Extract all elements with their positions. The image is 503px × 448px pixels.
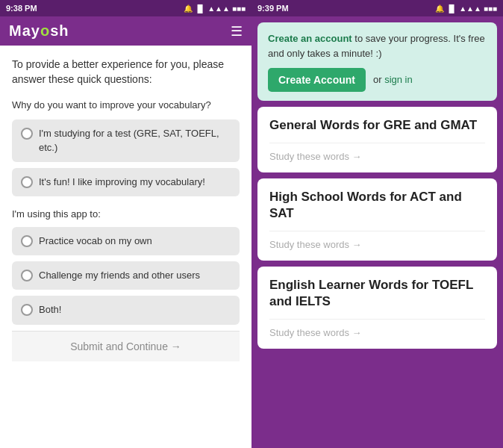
radio-studying-test xyxy=(21,128,33,140)
option-studying-test[interactable]: I'm studying for a test (GRE, SAT, TOEFL… xyxy=(12,119,240,161)
status-icons-left: 🔔 ▐▌ ▲▲▲ ■■■ xyxy=(184,4,246,13)
word-card-sat-title: High School Words for ACT and SAT xyxy=(269,189,485,222)
logo-text-highlight: o xyxy=(40,22,50,39)
status-icons-right: 🔔 ▐▌ ▲▲▲ ■■■ xyxy=(435,4,497,13)
hamburger-menu[interactable]: ☰ xyxy=(231,23,243,40)
word-card-sat[interactable]: High School Words for ACT and SAT Study … xyxy=(257,178,497,261)
intro-text: To provide a better experience for you, … xyxy=(12,57,240,87)
radio-practice-own xyxy=(21,235,33,247)
promo-highlight: Create an account xyxy=(268,33,352,44)
radio-both xyxy=(21,304,33,316)
status-bar-left: 9:38 PM 🔔 ▐▌ ▲▲▲ ■■■ xyxy=(0,0,251,16)
status-time-left: 9:38 PM xyxy=(6,4,37,13)
logo-text-main: May xyxy=(9,22,40,39)
word-card-toefl[interactable]: English Learner Words for TOEFL and IELT… xyxy=(257,267,497,349)
battery-icon: ▐▌ xyxy=(195,4,205,13)
right-panel: 9:39 PM 🔔 ▐▌ ▲▲▲ ■■■ Create an account t… xyxy=(251,0,503,448)
option-fun-vocab[interactable]: It's fun! I like improving my vocabulary… xyxy=(12,168,240,196)
sign-in-link[interactable]: sign in xyxy=(384,74,413,85)
word-card-gre[interactable]: General Words for GRE and GMAT Study the… xyxy=(257,107,497,172)
word-card-gre-title: General Words for GRE and GMAT xyxy=(269,117,485,134)
option-challenge-friends-label: Challenge my friends and other users xyxy=(39,269,200,282)
status-bar-right: 9:39 PM 🔔 ▐▌ ▲▲▲ ■■■ xyxy=(251,0,503,16)
study-link-gre[interactable]: Study these words → xyxy=(269,143,485,162)
app-logo: Mayosh xyxy=(9,22,69,40)
option-both[interactable]: Both! xyxy=(12,296,240,324)
signal-icon: ■■■ xyxy=(232,4,246,13)
study-link-sat[interactable]: Study these words → xyxy=(269,231,485,250)
option-studying-test-label: I'm studying for a test (GRE, SAT, TOEFL… xyxy=(39,127,231,154)
question1-label: Why do you want to improve your vocabula… xyxy=(12,99,240,112)
wifi-icon-right: ▲▲▲ xyxy=(459,4,481,13)
radio-challenge-friends xyxy=(21,270,33,281)
logo-text-sh: sh xyxy=(50,22,69,39)
create-account-button[interactable]: Create Account xyxy=(268,68,366,92)
status-time-right: 9:39 PM xyxy=(257,4,289,13)
question2-label: I'm using this app to: xyxy=(12,208,240,220)
promo-card: Create an account to save your progress.… xyxy=(257,22,497,101)
nav-bar-left: Mayosh ☰ xyxy=(0,16,251,46)
option-practice-own[interactable]: Practice vocab on my own xyxy=(12,227,240,255)
promo-actions: Create Account or sign in xyxy=(268,68,487,92)
study-link-toefl[interactable]: Study these words → xyxy=(269,319,485,338)
left-content: To provide a better experience for you, … xyxy=(0,46,251,448)
option-fun-vocab-label: It's fun! I like improving my vocabulary… xyxy=(39,175,205,189)
notification-icon-right: 🔔 xyxy=(435,4,444,13)
wifi-icon: ▲▲▲ xyxy=(207,4,230,13)
signal-icon-right: ■■■ xyxy=(484,4,497,13)
or-text: or sign in xyxy=(373,72,413,87)
option-both-label: Both! xyxy=(39,303,61,317)
notification-icon: 🔔 xyxy=(184,4,193,13)
option-practice-own-label: Practice vocab on my own xyxy=(39,234,152,248)
radio-fun-vocab xyxy=(21,176,33,188)
submit-button[interactable]: Submit and Continue → xyxy=(12,331,240,361)
battery-icon-right: ▐▌ xyxy=(446,4,457,13)
left-panel: 9:38 PM 🔔 ▐▌ ▲▲▲ ■■■ Mayosh ☰ To provide… xyxy=(0,0,251,448)
word-card-toefl-title: English Learner Words for TOEFL and IELT… xyxy=(269,277,485,310)
right-content: Create an account to save your progress.… xyxy=(251,16,503,448)
option-challenge-friends[interactable]: Challenge my friends and other users xyxy=(12,261,240,290)
